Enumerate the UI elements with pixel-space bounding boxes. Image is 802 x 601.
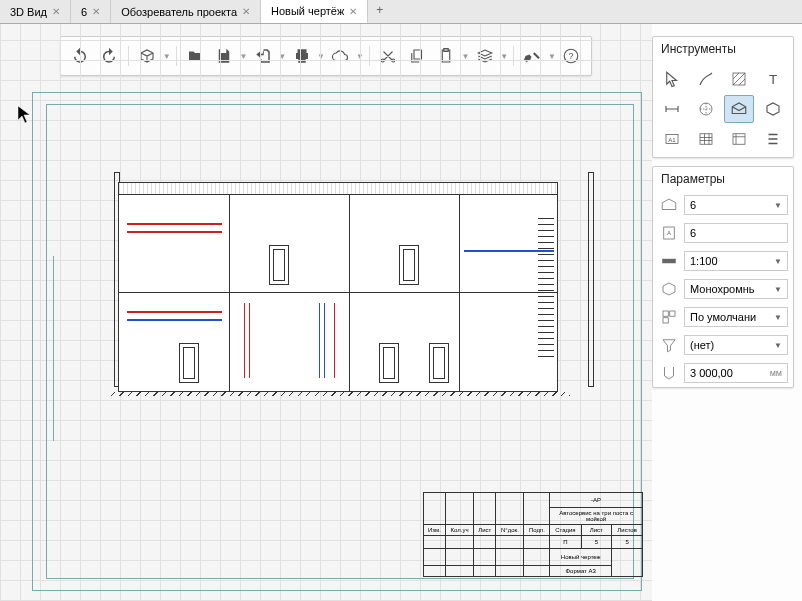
filter-field[interactable]: (нет)▼ xyxy=(684,335,788,355)
box-tool[interactable] xyxy=(758,95,788,123)
svg-rect-13 xyxy=(670,311,675,316)
svg-rect-7 xyxy=(700,134,712,145)
view-name-field[interactable]: 6▼ xyxy=(684,195,788,215)
detail-icon xyxy=(658,306,680,328)
svg-rect-14 xyxy=(663,318,668,323)
close-icon[interactable]: ✕ xyxy=(52,6,60,17)
panel-title: Параметры xyxy=(653,167,793,191)
table-tool[interactable] xyxy=(691,125,721,153)
color-icon xyxy=(658,278,680,300)
view-tool[interactable] xyxy=(724,95,754,123)
sheet-icon: A xyxy=(658,222,680,244)
tab-6[interactable]: 6✕ xyxy=(71,0,111,23)
params-panel: Параметры 6▼ A 6 1:100▼ Монохромнь▼ По у… xyxy=(652,166,794,388)
tb-hdr: Стадия xyxy=(550,524,581,535)
tb-hdr: Изм. xyxy=(424,524,446,535)
cursor-icon xyxy=(18,106,36,124)
tab-3d-view[interactable]: 3D Вид✕ xyxy=(0,0,71,23)
hatch-tool[interactable] xyxy=(724,65,754,93)
tab-project-browser[interactable]: Обозреватель проекта✕ xyxy=(111,0,261,23)
dropdown-icon: ▼ xyxy=(774,341,782,350)
detail-field[interactable]: По умолчани▼ xyxy=(684,307,788,327)
scale-icon xyxy=(658,250,680,272)
tools-panel: Инструменты T A1 xyxy=(652,36,794,158)
depth-icon xyxy=(658,362,680,384)
scale-field[interactable]: 1:100▼ xyxy=(684,251,788,271)
tb-code: -АР xyxy=(550,493,643,508)
tb-hdr: Кол.уч xyxy=(445,524,473,535)
sheet-name-field[interactable]: 6 xyxy=(684,223,788,243)
unit-label: мм xyxy=(770,368,782,378)
dropdown-icon: ▼ xyxy=(774,201,782,210)
section-drawing[interactable] xyxy=(100,164,570,394)
stairs xyxy=(538,218,554,378)
ground-hatch xyxy=(110,392,570,396)
title-block[interactable]: -АР Автосервис на три поста с мойкой Изм… xyxy=(423,492,643,577)
dropdown-icon: ▼ xyxy=(774,313,782,322)
dropdown-icon: ▼ xyxy=(774,285,782,294)
tb-hdr: Лист xyxy=(581,524,612,535)
svg-text:T: T xyxy=(768,72,776,87)
svg-rect-11 xyxy=(662,259,676,264)
panel-title: Инструменты xyxy=(653,37,793,61)
dropdown-icon: ▼ xyxy=(774,257,782,266)
tab-bar: 3D Вид✕ 6✕ Обозреватель проекта✕ Новый ч… xyxy=(0,0,802,24)
list-tool[interactable] xyxy=(758,125,788,153)
tb-project: Автосервис на три поста с мойкой xyxy=(550,508,643,524)
line-tool[interactable] xyxy=(691,65,721,93)
close-icon[interactable]: ✕ xyxy=(92,6,100,17)
svg-rect-8 xyxy=(733,134,745,145)
schedule-tool[interactable] xyxy=(724,125,754,153)
tb-hdr: Подп. xyxy=(524,524,550,535)
svg-text:A1: A1 xyxy=(668,137,676,143)
tb-hdr: Листов xyxy=(612,524,643,535)
text-tool[interactable]: T xyxy=(758,65,788,93)
color-mode-field[interactable]: Монохромнь▼ xyxy=(684,279,788,299)
tb-format: Формат А3 xyxy=(550,566,612,577)
tb-sheets: 5 xyxy=(612,535,643,548)
roof xyxy=(119,183,557,195)
tb-hdr: N°док. xyxy=(496,524,524,535)
floor-1 xyxy=(119,293,557,391)
dimension-tool[interactable] xyxy=(657,95,687,123)
floor-2 xyxy=(119,195,557,293)
side-panel: Инструменты T A1 Параметры 6▼ xyxy=(652,24,802,601)
svg-rect-12 xyxy=(663,311,668,316)
foundation-right xyxy=(588,172,594,387)
svg-text:A: A xyxy=(667,230,671,236)
select-tool[interactable] xyxy=(657,65,687,93)
tb-hdr: Лист xyxy=(474,524,496,535)
add-tab-button[interactable]: + xyxy=(368,0,391,23)
tb-sheet: 5 xyxy=(581,535,612,548)
side-stamp xyxy=(44,256,54,441)
canvas-area[interactable]: ▼ ▼ ▼ ▼ ▼ ▼ ▼ ▼ ? xyxy=(0,24,652,601)
close-icon[interactable]: ✕ xyxy=(242,6,250,17)
building-outline xyxy=(118,182,558,392)
close-icon[interactable]: ✕ xyxy=(349,6,357,17)
tb-stage: П xyxy=(550,535,581,548)
filter-icon xyxy=(658,334,680,356)
axis-tool[interactable] xyxy=(691,95,721,123)
tab-new-drawing[interactable]: Новый чертёж✕ xyxy=(261,0,368,23)
annotation-tool[interactable]: A1 xyxy=(657,125,687,153)
view-icon xyxy=(658,194,680,216)
depth-field[interactable]: 3 000,00мм xyxy=(684,363,788,383)
tb-name: Новый чертеж xyxy=(550,548,612,565)
